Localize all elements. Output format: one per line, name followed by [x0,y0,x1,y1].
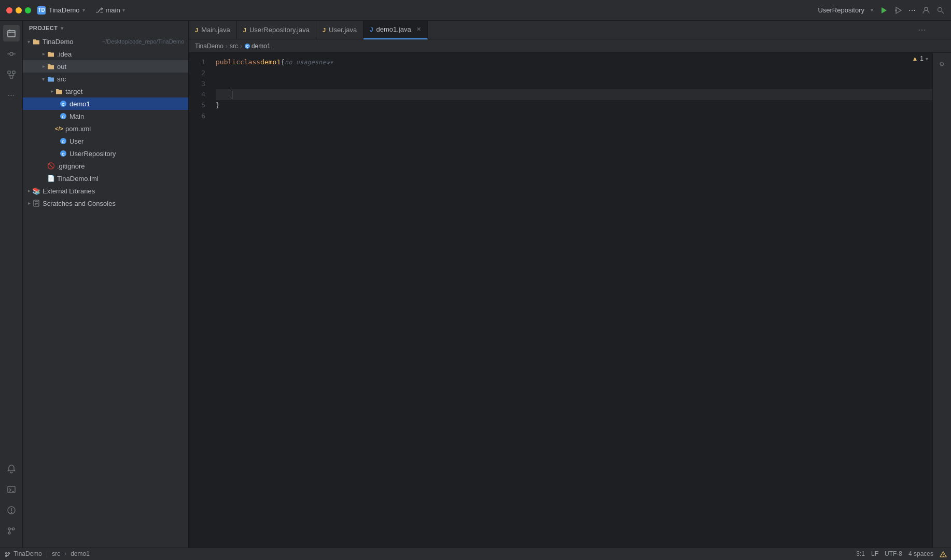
line-numbers: 1 2 3 4 5 6 [189,53,209,548]
java-icon-main: J [195,27,198,33]
editor-area: J Main.java J UserRepository.java J User… [189,21,951,548]
branch-name: main [105,6,120,14]
tree-arrow-tinademo: ▾ [25,38,32,45]
tree-item-userrepository[interactable]: C UserRepository [23,147,188,160]
java-icon-user: J [323,27,326,33]
tree-label-scratches: Scratches and Consoles [43,200,184,207]
tree-item-scratches[interactable]: ▾ Scratches and Consoles [23,197,188,209]
tab-userrepository-java[interactable]: J UserRepository.java [237,21,316,39]
tree-item-src[interactable]: ▾ src [23,73,188,85]
folder-icon-tinademo [32,37,40,46]
breadcrumb-bar: TinaDemo › src › C demo1 [189,39,951,53]
tree-item-gitignore[interactable]: 🚫 .gitignore [23,160,188,172]
breadcrumb-src[interactable]: src [230,43,238,50]
run-dropdown-icon: ▾ [871,7,873,13]
branch-selector[interactable]: ⎇ main ▾ [95,6,124,14]
tree-label-iml: TinaDemo.iml [57,175,184,183]
folder-icon-target [55,87,63,95]
more-tools-icon[interactable]: ··· [3,87,20,104]
project-selector[interactable]: TD TinaDemo ▾ [37,6,85,15]
tab-demo1-java[interactable]: J demo1.java ✕ [363,21,427,39]
tabs-more-button[interactable]: ⋯ [918,25,926,35]
status-encoding[interactable]: UTF-8 [885,550,902,557]
tree-item-iml[interactable]: 📄 TinaDemo.iml [23,172,188,185]
terminal-icon[interactable] [3,481,20,498]
status-bar: TinaDemo | src › demo1 3:1 LF UTF-8 4 sp… [0,548,951,560]
svg-rect-10 [8,71,10,74]
right-gutter: ⚙ [932,53,951,548]
tree-label-pom: pom.xml [65,125,184,133]
maximize-button[interactable] [25,7,31,13]
tree-item-main[interactable]: C Main [23,110,188,122]
sidebar-project-icon[interactable] [3,25,20,41]
status-separator-1: | [46,550,48,557]
tree-label-src: src [57,75,184,83]
git-icon[interactable] [3,523,20,539]
svg-point-39 [6,552,7,554]
tree-label-out: out [57,63,184,71]
iml-icon: 📄 [47,174,55,183]
gutter-settings-icon[interactable]: ⚙ [935,57,949,72]
svg-point-21 [11,512,11,513]
minimize-button[interactable] [16,7,22,13]
run-button[interactable] [879,6,888,15]
tree-item-target[interactable]: ▾ target [23,85,188,97]
project-icon: TD [37,6,46,15]
debug-button[interactable] [894,6,902,15]
svg-point-46 [943,556,944,556]
sidebar-title: Project [29,25,58,31]
tree-label-demo1: demo1 [69,100,184,108]
class-icon-main: C [59,112,67,120]
tab-close-demo1[interactable]: ✕ [416,26,421,33]
run-config-name: UserRepository [818,6,864,14]
tree-item-user[interactable]: C User [23,135,188,147]
more-button[interactable]: ⋯ [908,6,916,15]
status-demo1: demo1 [71,550,90,557]
user-icon[interactable] [922,6,930,15]
project-dropdown-icon: ▾ [82,7,85,13]
close-button[interactable] [6,7,12,13]
branch-icon: ⎇ [95,6,103,14]
search-icon[interactable] [936,6,945,15]
structure-icon[interactable] [3,66,20,83]
editor-cursor [232,91,232,99]
tree-item-tinademo[interactable]: ▾ TinaDemo ~/Desktop/code_repo/TinaDemo [23,35,188,48]
editor-content[interactable]: ▲ 1 ▾ 1 2 3 4 5 6 public class demo1 { n… [189,53,951,548]
breadcrumb-tinademo[interactable]: TinaDemo [195,43,223,50]
svg-rect-6 [8,31,15,37]
svg-point-7 [10,52,13,55]
tab-user-java[interactable]: J User.java [316,21,363,39]
commit-icon[interactable] [3,46,20,62]
tree-arrow-idea: ▾ [39,50,47,58]
breadcrumb-demo1[interactable]: C demo1 [244,43,271,50]
problems-icon[interactable] [3,502,20,519]
status-git[interactable]: TinaDemo [4,550,42,557]
tree-label-target: target [65,88,184,95]
svg-text:C: C [62,115,65,119]
tree-item-demo1[interactable]: C demo1 [23,97,188,110]
status-position[interactable]: 3:1 [856,550,865,557]
status-warning-small [940,550,947,558]
tree-item-external-libraries[interactable]: ▾ 📚 External Libraries [23,185,188,197]
code-line-5: } [216,100,932,111]
status-line-ending[interactable]: LF [871,550,878,557]
notifications-icon[interactable] [3,460,20,477]
project-name: TinaDemo [49,6,79,14]
folder-icon-out [47,62,55,71]
svg-marker-0 [882,7,887,13]
status-indent[interactable]: 4 spaces [908,550,933,557]
code-line-4 [216,89,932,100]
tree-label-user: User [69,137,184,145]
gitignore-icon: 🚫 [47,162,55,170]
status-bar-left: TinaDemo | src › demo1 [4,550,850,557]
tab-main-java[interactable]: J Main.java [189,21,237,39]
tree-arrow-libraries: ▾ [25,187,32,194]
tree-item-pom[interactable]: </> pom.xml [23,122,188,135]
svg-rect-11 [12,71,15,74]
svg-point-4 [938,7,942,11]
tree-arrow-src: ▾ [39,75,47,82]
code-editor[interactable]: public class demo1 { no usages new ▾ } [209,53,932,548]
tree-item-out[interactable]: ▾ out [23,60,188,73]
tree-item-idea[interactable]: ▾ .idea [23,48,188,60]
warnings-indicator[interactable]: ▲ 1 ▾ [912,55,928,62]
